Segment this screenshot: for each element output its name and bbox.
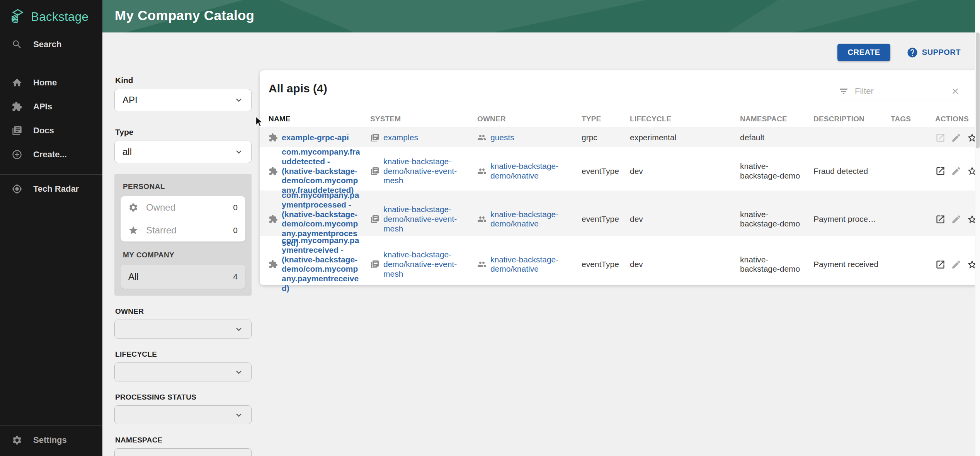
- extension-icon: [269, 167, 278, 176]
- lifecycle-select[interactable]: [114, 362, 252, 381]
- extension-icon: [269, 260, 278, 269]
- entity-link[interactable]: com.mycompany.paymentreceived - (knative…: [282, 236, 360, 293]
- entity-link[interactable]: example-grpc-api: [282, 133, 349, 143]
- system-link[interactable]: examples: [383, 133, 418, 143]
- scrollbar-thumb[interactable]: [976, 32, 980, 148]
- pencil-icon: [951, 166, 961, 176]
- backstage-app: Backstage Search Home APIs Docs Create..…: [0, 0, 980, 456]
- open-in-new-button[interactable]: [935, 214, 946, 225]
- column-header-namespace[interactable]: NAMESPACE: [740, 115, 813, 123]
- entity-link[interactable]: com.mycompany.frauddetected - (knative-b…: [282, 147, 360, 195]
- home-icon: [12, 77, 22, 88]
- edit-button[interactable]: [951, 214, 961, 225]
- system-cell: examples: [370, 133, 477, 143]
- system-link[interactable]: knative-backstage-demo/knative-event-mes…: [383, 205, 467, 233]
- type-cell: grpc: [582, 133, 630, 143]
- group-icon: [477, 260, 487, 269]
- catalog-title: All apis (4): [269, 82, 327, 95]
- table-filter: [837, 83, 961, 99]
- namespace-select[interactable]: [114, 448, 252, 456]
- sidebar-item-search[interactable]: Search: [0, 32, 102, 56]
- system-icon: [370, 260, 379, 269]
- personal-card: Owned 0 Starred 0: [121, 196, 245, 242]
- sidebar-divider: [0, 59, 102, 59]
- edit-button[interactable]: [951, 166, 961, 176]
- kind-select[interactable]: API: [114, 89, 252, 111]
- toolbar: CREATE SUPPORT: [837, 44, 961, 61]
- owned-filter[interactable]: Owned 0: [121, 196, 245, 219]
- chevron-down-icon: [234, 368, 243, 377]
- type-select[interactable]: all: [114, 141, 252, 163]
- column-header-lifecycle[interactable]: LIFECYCLE: [630, 115, 740, 123]
- table-header-row: NAME SYSTEM OWNER TYPE LIFECYCLE NAMESPA…: [260, 110, 978, 128]
- type-cell: eventType: [582, 214, 630, 224]
- namespace-cell: knative-backstage-demo: [740, 210, 813, 229]
- sidebar-item-settings[interactable]: Settings: [0, 428, 102, 452]
- processing-status-select[interactable]: [114, 405, 252, 424]
- help-icon: [907, 47, 918, 58]
- page-title: My Company Catalog: [102, 0, 980, 23]
- owner-cell: knative-backstage-demo/knative: [477, 210, 582, 229]
- column-header-tags[interactable]: TAGS: [891, 115, 935, 123]
- all-filter[interactable]: All 4: [121, 265, 245, 289]
- actions-cell: [935, 166, 978, 176]
- column-header-type[interactable]: TYPE: [582, 115, 630, 123]
- system-icon: [370, 214, 379, 224]
- personal-header: PERSONAL: [123, 182, 245, 191]
- open-in-new-button[interactable]: [935, 259, 946, 270]
- owner-link[interactable]: knative-backstage-demo/knative: [490, 255, 572, 274]
- support-label: SUPPORT: [922, 48, 961, 57]
- column-header-name[interactable]: NAME: [269, 115, 370, 123]
- star-icon: [128, 225, 138, 235]
- open-in-new-button[interactable]: [935, 166, 946, 176]
- main-content: CREATE SUPPORT Kind API Type all PERSONA…: [102, 32, 980, 456]
- table-row: com.mycompany.paymentreceived - (knative…: [260, 236, 978, 284]
- kind-select-value: API: [122, 95, 138, 105]
- sidebar-item-label: Tech Radar: [33, 184, 79, 194]
- table-filter-input[interactable]: [854, 86, 945, 97]
- name-cell: com.mycompany.frauddetected - (knative-b…: [269, 147, 370, 195]
- create-button[interactable]: CREATE: [837, 44, 890, 61]
- actions-cell: [935, 214, 978, 225]
- brand-name: Backstage: [31, 10, 88, 24]
- sidebar-item-docs[interactable]: Docs: [0, 119, 102, 143]
- open-in-new-button[interactable]: [935, 133, 946, 143]
- extension-icon: [269, 133, 278, 142]
- column-header-system[interactable]: SYSTEM: [370, 115, 477, 123]
- sidebar-item-apis[interactable]: APIs: [0, 95, 102, 119]
- pencil-icon: [951, 214, 961, 225]
- system-cell: knative-backstage-demo/knative-event-mes…: [370, 250, 477, 279]
- support-button[interactable]: SUPPORT: [907, 47, 961, 58]
- chevron-down-icon: [234, 325, 243, 334]
- owner-link[interactable]: knative-backstage-demo/knative: [490, 162, 572, 181]
- table-row: example-grpc-api examples guests grpc ex…: [260, 128, 978, 147]
- starred-label: Starred: [146, 225, 233, 236]
- owner-select[interactable]: [114, 320, 252, 339]
- description-cell: Fraud detected: [813, 167, 891, 176]
- column-header-actions: ACTIONS: [935, 115, 978, 123]
- all-label: All: [128, 271, 233, 282]
- owner-link[interactable]: knative-backstage-demo/knative: [490, 210, 572, 229]
- system-link[interactable]: knative-backstage-demo/knative-event-mes…: [383, 157, 467, 185]
- type-cell: eventType: [582, 167, 630, 176]
- lifecycle-cell: dev: [630, 167, 740, 176]
- column-header-owner[interactable]: OWNER: [477, 115, 582, 123]
- edit-button[interactable]: [951, 133, 961, 143]
- edit-button[interactable]: [951, 259, 961, 270]
- sidebar-item-tech-radar[interactable]: Tech Radar: [0, 177, 102, 201]
- page-scrollbar[interactable]: [975, 0, 980, 456]
- sidebar-item-create[interactable]: Create...: [0, 143, 102, 167]
- pencil-icon: [951, 259, 961, 270]
- open-in-new-icon: [935, 214, 946, 225]
- processing-status-label: PROCESSING STATUS: [115, 393, 252, 402]
- sidebar-item-label: APIs: [33, 102, 52, 112]
- sidebar-item-home[interactable]: Home: [0, 71, 102, 95]
- clear-filter-icon[interactable]: [951, 87, 960, 96]
- open-in-new-icon: [935, 166, 946, 176]
- owner-link[interactable]: guests: [490, 133, 514, 143]
- system-link[interactable]: knative-backstage-demo/knative-event-mes…: [383, 250, 467, 279]
- backstage-logo[interactable]: Backstage: [0, 0, 102, 32]
- column-header-description[interactable]: DESCRIPTION: [813, 115, 891, 123]
- starred-filter[interactable]: Starred 0: [121, 219, 245, 242]
- group-icon: [477, 214, 487, 224]
